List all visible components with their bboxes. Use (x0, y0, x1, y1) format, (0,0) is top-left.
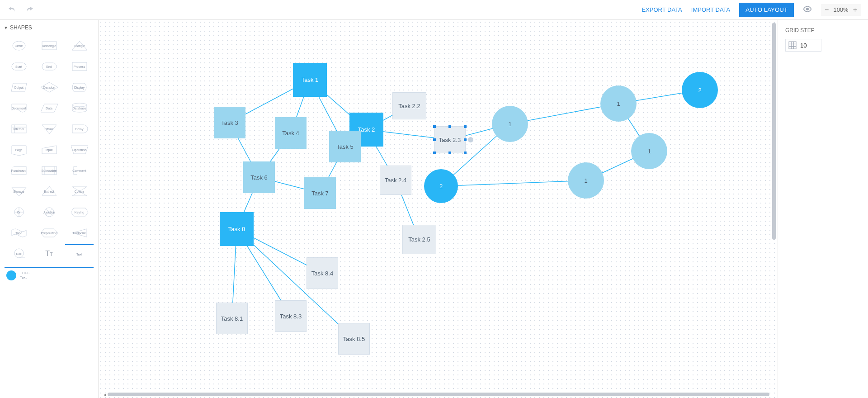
diagram-canvas[interactable]: Task 1Task 2Task 2.2Task 2.3Task 2.4Task… (99, 20, 778, 398)
auto-layout-button[interactable]: AUTO LAYOUT (739, 3, 794, 17)
node-t5[interactable]: Task 5 (329, 131, 361, 162)
shape-process[interactable]: Process (65, 57, 94, 76)
shape-circle[interactable]: Circle (5, 36, 33, 55)
resize-handle[interactable] (433, 138, 436, 141)
shape-extract[interactable]: Extract (35, 182, 63, 201)
shape-tape[interactable]: Tape (5, 223, 33, 242)
shape-preparation[interactable]: Preparation (35, 223, 63, 242)
shape-comment[interactable]: Comment (65, 161, 94, 180)
shape-output[interactable]: Output (5, 78, 33, 97)
node-t22[interactable]: Task 2.2 (392, 92, 426, 119)
node-t81[interactable]: Task 8.1 (216, 303, 248, 334)
shape-punchcard[interactable]: Punchcard (5, 161, 33, 180)
shape-subroutine[interactable]: Subroutine (35, 161, 63, 180)
node-t3[interactable]: Task 3 (214, 107, 245, 138)
shape-decision[interactable]: Decision (35, 78, 63, 97)
node-t83[interactable]: Task 8.3 (275, 300, 307, 332)
node-t1[interactable]: Task 1 (293, 63, 327, 97)
node-c2a[interactable]: 2 (424, 169, 458, 203)
shape-keying[interactable]: Keying (65, 203, 94, 222)
shape-rectangle[interactable]: Rectangle (35, 36, 63, 55)
shape-data[interactable]: Data (35, 99, 63, 118)
node-label: Task 2.2 (398, 103, 420, 109)
node-t84[interactable]: Task 8.4 (307, 257, 338, 289)
custom-shape-item[interactable]: TITLE Text (5, 267, 94, 283)
shape-page[interactable]: Page (5, 140, 33, 159)
node-label: Task 2.4 (385, 177, 406, 184)
resize-handle[interactable] (464, 138, 467, 141)
node-t8[interactable]: Task 8 (220, 212, 254, 246)
import-data-button[interactable]: IMPORT DATA (691, 6, 730, 13)
export-data-button[interactable]: EXPORT DATA (642, 6, 682, 13)
shape-endpoint[interactable]: Endpoint (65, 223, 94, 242)
node-label: Task 7 (311, 190, 329, 197)
node-label: Task 5 (336, 143, 354, 150)
node-label: Task 4 (282, 130, 299, 137)
scrollbar-thumb[interactable] (108, 393, 769, 396)
resize-handle[interactable] (448, 152, 451, 154)
redo-icon[interactable] (25, 5, 34, 14)
node-c1a[interactable]: 1 (492, 106, 528, 142)
scroll-left-icon[interactable]: ◂ (101, 392, 108, 397)
custom-shape-sub: Text (20, 275, 30, 280)
node-label: Task 8.3 (280, 313, 302, 320)
shape-storage[interactable]: Storage (5, 182, 33, 201)
scrollbar-thumb[interactable] (772, 23, 776, 240)
shape-text[interactable]: Text (65, 244, 94, 263)
shapes-panel: ▾ SHAPES CircleRectangleTriangleStartEnd… (0, 20, 99, 398)
node-t25[interactable]: Task 2.5 (402, 225, 436, 254)
node-t23[interactable]: Task 2.3 (434, 126, 466, 153)
node-c1b[interactable]: 1 (600, 85, 637, 122)
node-t7[interactable]: Task 7 (304, 177, 336, 209)
node-t85[interactable]: Task 8.5 (338, 323, 370, 355)
zoom-out-button[interactable]: − (825, 6, 829, 14)
node-label: Task 1 (302, 76, 319, 83)
shape-label: Input (46, 148, 53, 152)
grid-step-input[interactable] (800, 42, 818, 49)
shapes-header[interactable]: ▾ SHAPES (5, 24, 94, 31)
node-t24[interactable]: Task 2.4 (380, 166, 411, 195)
grid-step-field[interactable] (785, 39, 821, 52)
undo-icon[interactable] (7, 5, 16, 14)
rotate-handle[interactable] (468, 137, 473, 142)
scrollbar-horizontal[interactable]: ◂ (101, 392, 769, 397)
shape-junction[interactable]: Junction (35, 203, 63, 222)
resize-handle[interactable] (433, 125, 436, 128)
node-label: Task 6 (250, 174, 268, 181)
resize-handle[interactable] (464, 152, 467, 154)
grid-icon (788, 41, 797, 49)
shape-or[interactable]: Or (5, 203, 33, 222)
resize-handle[interactable] (448, 125, 451, 128)
resize-handle[interactable] (433, 152, 436, 154)
canvas-area: Task 1Task 2Task 2.2Task 2.3Task 2.4Task… (99, 20, 778, 398)
preview-icon[interactable] (803, 6, 812, 14)
shape-roll[interactable]: Roll (5, 244, 33, 263)
resize-handle[interactable] (464, 125, 467, 128)
shape-start[interactable]: Start (5, 57, 33, 76)
shape-input[interactable]: Input (35, 140, 63, 159)
shape-label: Display (74, 86, 85, 89)
scrollbar-vertical[interactable] (771, 23, 777, 390)
node-c1d[interactable]: 1 (568, 162, 604, 199)
shape-label: Document (12, 107, 26, 110)
zoom-in-button[interactable]: + (853, 6, 857, 14)
node-c2b[interactable]: 2 (682, 72, 718, 108)
node-label: Task 2.5 (408, 236, 430, 243)
node-t6[interactable]: Task 6 (243, 161, 275, 193)
shape-display[interactable]: Display (65, 78, 94, 97)
shape-delay[interactable]: Delay (65, 119, 94, 138)
shape-document[interactable]: Document (5, 99, 33, 118)
shape-internal[interactable]: Internal (5, 119, 33, 138)
shape-end[interactable]: End (35, 57, 63, 76)
shape-label: Text (76, 253, 82, 256)
shape-operation[interactable]: Operation (65, 140, 94, 159)
shape-triangle[interactable]: Triangle (65, 36, 94, 55)
shape-label: Delay (75, 128, 84, 131)
shape-tt[interactable]: TTTt (35, 244, 63, 263)
shape-offline[interactable]: Offline (35, 119, 63, 138)
shape-database[interactable]: Database (65, 99, 94, 118)
shape-collate[interactable]: Collate (65, 182, 94, 201)
node-c1c[interactable]: 1 (631, 133, 667, 169)
node-label: 1 (584, 177, 587, 184)
node-t4[interactable]: Task 4 (275, 117, 307, 149)
